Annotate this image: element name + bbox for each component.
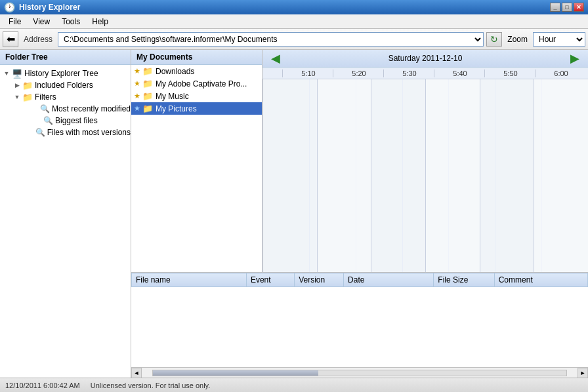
tick-510: 5:10: [282, 69, 333, 77]
sidebar-item-files-with-most-versions[interactable]: 🔍 Files with most versions: [0, 127, 131, 138]
scroll-right-button[interactable]: ►: [578, 368, 588, 378]
file-list: ★ 📁 Downloads ★ 📁 My Adobe Captivate Pro…: [131, 65, 262, 272]
window-title: History Explorer: [19, 3, 550, 12]
scroll-thumb[interactable]: [153, 370, 318, 376]
sidebar-item-filters[interactable]: ▼ 📁 Filters: [0, 91, 131, 103]
star-icon: ★: [134, 92, 140, 100]
timeline-col-1: [262, 79, 317, 272]
file-browser: My Documents ★ 📁 Downloads ★ 📁 My Adobe …: [131, 50, 262, 272]
list-item-adobe-captivate[interactable]: ★ 📁 My Adobe Captivate Pro...: [131, 77, 262, 90]
tree-item-label: Filters: [35, 92, 56, 102]
menu-view[interactable]: View: [27, 15, 56, 28]
timeline-date: Saturday 2011-12-10: [284, 54, 567, 63]
menu-tools[interactable]: Tools: [56, 15, 86, 28]
menu-help[interactable]: Help: [86, 15, 114, 28]
maximize-button[interactable]: □: [562, 3, 572, 12]
status-datetime: 12/10/2011 6:00:42 AM: [5, 382, 80, 389]
list-item-my-pictures[interactable]: ★ 📁 My Pictures: [131, 102, 262, 115]
timeline-ticks: 5:10 5:20 5:30 5:40 5:50 6:00: [262, 68, 588, 79]
file-item-label: My Music: [156, 92, 189, 101]
expander-icon: [33, 115, 43, 126]
timeline-col-2: [317, 79, 371, 272]
refresh-icon: ↻: [490, 34, 498, 45]
tree-item-label: Included Folders: [35, 81, 93, 90]
file-browser-header: My Documents: [131, 50, 262, 65]
timeline-panel: ◀ Saturday 2011-12-10 ▶ 5:10 5:20 5:30 5…: [262, 50, 588, 272]
folder-tree-header: Folder Tree: [0, 50, 131, 65]
file-item-label: Downloads: [156, 67, 194, 76]
zoom-select[interactable]: Hour Day Week Month: [533, 32, 585, 47]
minimize-button[interactable]: _: [550, 3, 560, 12]
filter-icon: 🔍: [35, 128, 45, 137]
back-button[interactable]: ⬅: [3, 31, 18, 47]
timeline-content: [262, 79, 588, 272]
timeline-col-5: [480, 79, 534, 272]
toolbar: ⬅ Address C:\Documents and Settings\soft…: [0, 29, 588, 50]
timeline-back-button[interactable]: ◀: [268, 51, 284, 66]
address-label: Address: [24, 35, 52, 44]
scroll-track[interactable]: [152, 370, 567, 376]
folder-icon: 📁: [142, 91, 153, 101]
col-date: Date: [344, 273, 434, 287]
star-icon: ★: [134, 104, 140, 113]
scroll-left-button[interactable]: ◄: [131, 368, 142, 378]
tick-550: 5:50: [484, 69, 535, 77]
folder-tree-content: ▼ 🖥️ History Explorer Tree ▶ 📁 Included …: [0, 65, 131, 378]
computer-icon: 🖥️: [12, 69, 22, 79]
sidebar-item-history-explorer-tree[interactable]: ▼ 🖥️ History Explorer Tree: [0, 68, 131, 79]
filter-icon: 🔍: [43, 116, 53, 125]
expander-icon: [33, 104, 40, 114]
folder-icon: 📁: [22, 81, 33, 90]
tree-item-label: Biggest files: [55, 116, 98, 125]
timeline-forward-button[interactable]: ▶: [567, 51, 583, 66]
folder-icon: 📁: [142, 79, 153, 88]
tree-item-label: History Explorer Tree: [24, 69, 98, 78]
star-icon: ★: [134, 79, 140, 88]
status-bar: 12/10/2011 6:00:42 AM Unlicensed version…: [0, 378, 588, 392]
tree-item-label: Most recently modified: [52, 104, 131, 113]
folder-icon: 📁: [22, 92, 33, 102]
list-item-my-music[interactable]: ★ 📁 My Music: [131, 90, 262, 102]
sidebar-item-biggest-files[interactable]: 🔍 Biggest files: [0, 115, 131, 127]
col-filename: File name: [132, 273, 247, 287]
close-button[interactable]: ✕: [574, 3, 584, 12]
tree-item-label: Files with most versions: [47, 128, 131, 137]
left-panel: Folder Tree ▼ 🖥️ History Explorer Tree ▶…: [0, 50, 131, 378]
address-input[interactable]: C:\Documents and Settings\software.infor…: [58, 32, 484, 47]
timeline-col-6: [534, 79, 588, 272]
zoom-label: Zoom: [507, 35, 528, 44]
list-item-downloads[interactable]: ★ 📁 Downloads: [131, 65, 262, 77]
star-icon: ★: [134, 67, 140, 75]
file-item-label: My Pictures: [156, 104, 197, 113]
expander-icon: ▼: [12, 92, 22, 102]
timeline-col-4: [425, 79, 480, 272]
col-comment: Comment: [494, 273, 587, 287]
folder-icon: 📁: [142, 104, 153, 113]
main-layout: Folder Tree ▼ 🖥️ History Explorer Tree ▶…: [0, 50, 588, 378]
folder-icon: 📁: [142, 66, 153, 76]
sidebar-item-most-recently-modified[interactable]: 🔍 Most recently modified: [0, 103, 131, 115]
timeline-header: ◀ Saturday 2011-12-10 ▶: [262, 50, 588, 68]
expander-icon: ▼: [1, 68, 12, 79]
window-controls: _ □ ✕: [550, 3, 584, 12]
tick-520: 5:20: [333, 69, 383, 77]
tick-530: 5:30: [383, 69, 434, 77]
timeline-col-3: [371, 79, 425, 272]
menu-bar: File View Tools Help: [0, 14, 588, 29]
tick-540: 5:40: [434, 69, 484, 77]
status-message: Unlicensed version. For trial use only.: [91, 382, 211, 389]
file-item-label: My Adobe Captivate Pro...: [156, 79, 247, 88]
title-bar: 🕐 History Explorer _ □ ✕: [0, 0, 588, 14]
col-filesize: File Size: [434, 273, 494, 287]
col-version: Version: [295, 273, 344, 287]
bottom-right: File name Event Version Date File Size C…: [131, 273, 588, 367]
filter-icon: 🔍: [40, 104, 50, 113]
app-icon: 🕐: [4, 2, 15, 12]
back-icon: ⬅: [7, 33, 15, 45]
expander-icon: ▶: [12, 80, 22, 90]
top-right: My Documents ★ 📁 Downloads ★ 📁 My Adobe …: [131, 50, 588, 273]
sidebar-item-included-folders[interactable]: ▶ 📁 Included Folders: [0, 79, 131, 91]
h-scrollbar[interactable]: ◄ ►: [131, 367, 588, 378]
refresh-button[interactable]: ↻: [486, 32, 502, 47]
menu-file[interactable]: File: [3, 15, 27, 28]
